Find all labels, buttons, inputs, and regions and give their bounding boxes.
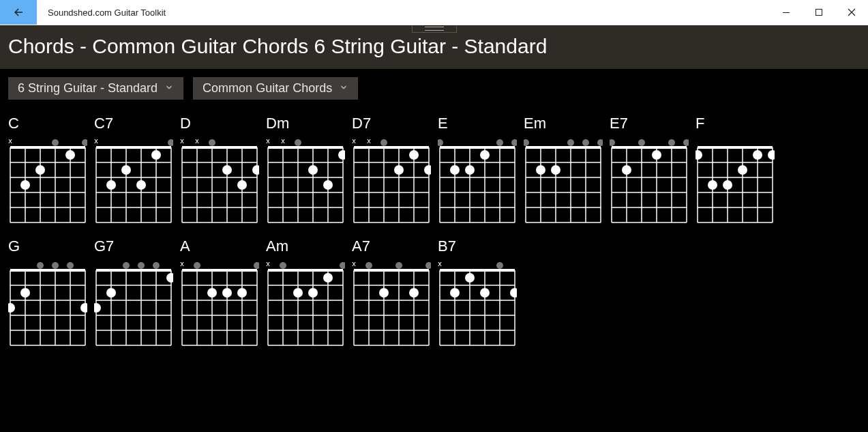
svg-point-19 <box>82 139 87 146</box>
chord-tile[interactable]: Amx <box>266 237 345 354</box>
chord-diagram: x <box>8 135 87 231</box>
chord-diagram: x <box>438 258 517 354</box>
svg-point-34 <box>121 165 131 175</box>
svg-point-180 <box>67 262 74 269</box>
chord-name: C <box>8 115 87 132</box>
filter-controls: 6 String Guitar - Standard Common Guitar… <box>0 69 868 100</box>
svg-point-140 <box>610 139 615 146</box>
instrument-dropdown-label: 6 String Guitar - Standard <box>18 81 158 96</box>
chord-tile[interactable]: Dxx <box>180 115 259 231</box>
svg-text:x: x <box>195 136 199 145</box>
chord-name: D <box>180 115 259 132</box>
svg-point-125 <box>567 139 574 146</box>
svg-point-163 <box>768 150 775 160</box>
svg-point-122 <box>524 139 529 146</box>
svg-point-16 <box>35 165 45 175</box>
svg-point-216 <box>237 288 247 298</box>
svg-point-106 <box>465 165 475 175</box>
svg-point-252 <box>409 288 419 298</box>
svg-point-55 <box>252 165 259 175</box>
close-button[interactable] <box>835 0 868 25</box>
chord-tile[interactable]: G <box>8 237 87 354</box>
chord-diagram: xx <box>266 135 345 231</box>
svg-point-176 <box>8 303 15 313</box>
svg-rect-1 <box>816 10 822 16</box>
maximize-icon <box>815 8 823 16</box>
chord-tile[interactable]: D7xx <box>352 115 431 231</box>
app-body: Chords - Common Guitar Chords 6 String G… <box>0 25 868 432</box>
chord-tile[interactable]: Dmxx <box>266 115 345 231</box>
chord-name: A7 <box>352 237 431 255</box>
chord-name: B7 <box>438 237 517 255</box>
svg-point-18 <box>65 150 75 160</box>
back-button[interactable] <box>0 0 37 25</box>
svg-point-160 <box>723 180 732 190</box>
svg-point-268 <box>465 273 475 283</box>
chord-diagram: xx <box>352 135 431 231</box>
svg-rect-0 <box>783 12 790 13</box>
chord-name: A <box>180 237 259 255</box>
chord-tile[interactable]: Em <box>524 115 603 231</box>
svg-point-124 <box>551 165 560 175</box>
svg-point-90 <box>409 150 419 160</box>
minimize-button[interactable] <box>770 0 803 25</box>
instrument-dropdown[interactable]: 6 String Guitar - Standard <box>8 77 183 100</box>
maximize-button[interactable] <box>803 0 835 25</box>
chord-tile[interactable]: F <box>695 115 775 231</box>
svg-point-251 <box>395 262 402 269</box>
svg-point-250 <box>379 288 389 298</box>
chord-tile[interactable]: E7 <box>610 115 689 231</box>
svg-point-231 <box>280 262 286 269</box>
chord-name: Em <box>524 115 603 132</box>
chord-tile[interactable]: Ax <box>180 237 259 354</box>
svg-point-105 <box>450 165 460 175</box>
svg-point-232 <box>293 288 303 298</box>
chord-tile[interactable]: Cx <box>8 115 87 231</box>
svg-point-213 <box>194 262 200 269</box>
svg-point-235 <box>340 262 345 269</box>
svg-point-234 <box>323 273 333 283</box>
svg-point-270 <box>496 262 503 269</box>
chord-diagram: x <box>266 258 345 354</box>
chord-name: C7 <box>94 115 173 132</box>
chord-diagram <box>695 135 775 231</box>
chord-grid: CxC7xDxxDmxxD7xxEEmE7FGG7AxAmxA7xB7x <box>0 100 868 362</box>
svg-text:x: x <box>438 259 442 268</box>
chordset-dropdown-label: Common Guitar Chords <box>203 81 332 96</box>
svg-point-109 <box>511 139 517 146</box>
svg-point-70 <box>295 139 301 146</box>
svg-point-73 <box>338 150 345 160</box>
chord-name: E <box>438 115 517 132</box>
svg-point-88 <box>380 139 387 146</box>
svg-point-267 <box>450 288 460 298</box>
svg-point-159 <box>708 180 717 190</box>
svg-point-271 <box>510 288 517 298</box>
chord-tile[interactable]: C7x <box>94 115 173 231</box>
chord-name: F <box>695 115 775 132</box>
svg-point-161 <box>738 165 747 175</box>
svg-point-123 <box>536 165 545 175</box>
drag-handle[interactable] <box>412 25 457 33</box>
svg-text:x: x <box>8 136 12 145</box>
svg-point-214 <box>207 288 217 298</box>
minimize-icon <box>782 8 790 16</box>
svg-point-108 <box>496 139 503 146</box>
chord-tile[interactable]: G7 <box>94 237 173 354</box>
svg-point-33 <box>106 180 116 190</box>
svg-point-158 <box>695 150 702 160</box>
svg-point-249 <box>365 262 372 269</box>
svg-point-215 <box>222 288 232 298</box>
svg-point-53 <box>222 165 232 175</box>
chord-tile[interactable]: E <box>438 115 517 231</box>
svg-point-143 <box>652 150 661 160</box>
svg-point-177 <box>20 288 30 298</box>
chord-name: E7 <box>610 115 689 132</box>
chord-tile[interactable]: A7x <box>352 237 431 354</box>
chord-tile[interactable]: B7x <box>438 237 517 354</box>
chordset-dropdown[interactable]: Common Guitar Chords <box>193 77 358 100</box>
chord-diagram <box>524 135 603 231</box>
svg-point-104 <box>438 139 443 146</box>
svg-text:x: x <box>266 259 270 268</box>
svg-point-127 <box>597 139 603 146</box>
svg-point-36 <box>151 150 161 160</box>
